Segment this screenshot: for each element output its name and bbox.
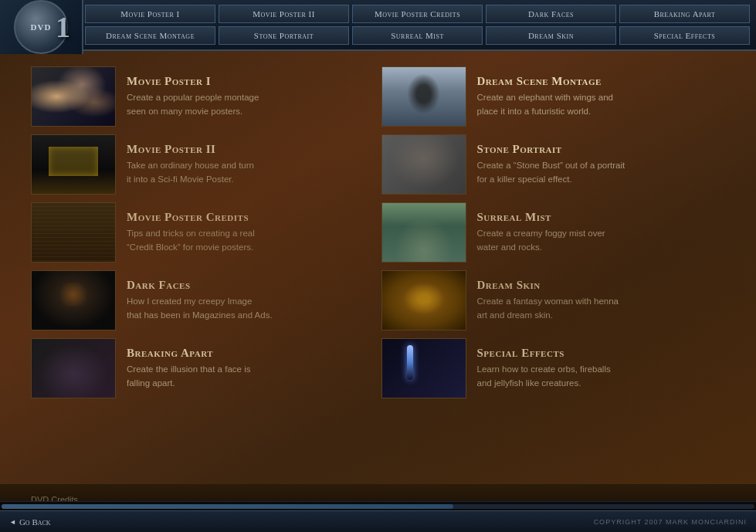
lesson-thumb-special-effects [381,338,466,398]
lesson-desc-special-effects: Learn how to create orbs, fireballsand j… [477,363,611,390]
nav-btn-movie-poster-1[interactable]: Movie Poster I [85,5,215,23]
lesson-item-movie-poster-2[interactable]: Movie Poster IITake an ordinary house an… [31,134,375,195]
lesson-item-dream-skin[interactable]: Dream SkinCreate a fantasy woman with he… [381,270,726,330]
lesson-thumb-movie-poster-credits [31,202,116,263]
lesson-thumb-movie-poster-2 [31,134,116,195]
dvd-label: DVD [31,22,52,32]
lesson-title-dream-skin: Dream Skin [477,279,619,292]
header-nav: Movie Poster IMovie Poster IIMovie Poste… [0,0,756,51]
lesson-title-dark-faces: Dark Faces [127,279,273,292]
lesson-desc-dream-scene-montage: Create an elephant with wings andplace i… [477,91,613,118]
lesson-desc-stone-portrait: Create a “Stone Bust” out of a portraitf… [477,159,625,186]
scrollbar-area[interactable] [0,501,756,510]
left-column: Movie Poster ICreate a popular people mo… [31,66,375,398]
lesson-item-stone-portrait[interactable]: Stone PortraitCreate a “Stone Bust” out … [381,134,726,195]
copyright-text: Copyright 2007 Mark Monciardini [594,518,747,526]
lesson-item-special-effects[interactable]: Special EffectsLearn how to create orbs,… [381,338,726,398]
dvd-number: 1 [56,10,70,44]
nav-row-2: Dream Scene MontageStone PortraitSurreal… [85,26,750,45]
lesson-desc-movie-poster-credits: Tips and tricks on creating a real“Credi… [127,227,255,254]
main-content: Movie Poster ICreate a popular people mo… [0,51,756,484]
lesson-text-movie-poster-1: Movie Poster ICreate a popular people mo… [127,75,259,118]
lesson-desc-dream-skin: Create a fantasy woman with hennaart and… [477,295,619,322]
lesson-thumb-dream-skin [381,270,466,330]
lesson-item-movie-poster-1[interactable]: Movie Poster ICreate a popular people mo… [31,66,375,127]
lesson-title-movie-poster-1: Movie Poster I [127,75,259,88]
lesson-text-surreal-mist: Surreal MistCreate a creamy foggy mist o… [477,211,605,254]
lesson-desc-dark-faces: How I created my creepy Imagethat has be… [127,295,273,322]
lesson-title-stone-portrait: Stone Portrait [477,143,625,156]
lesson-thumb-surreal-mist [381,202,466,263]
dvd-badge: DVD 1 [0,0,83,54]
nav-btn-breaking-apart[interactable]: Breaking Apart [619,5,750,23]
lesson-item-movie-poster-credits[interactable]: Movie Poster CreditsTips and tricks on c… [31,202,375,263]
nav-btn-movie-poster-2[interactable]: Movie Poster II [219,5,349,23]
lesson-text-stone-portrait: Stone PortraitCreate a “Stone Bust” out … [477,143,625,186]
lesson-thumb-dark-faces [31,270,116,330]
nav-btn-special-effects[interactable]: Special Effects [619,26,750,45]
dvd-disc: DVD 1 [14,0,68,54]
lesson-text-dream-skin: Dream SkinCreate a fantasy woman with he… [477,279,619,322]
lesson-text-movie-poster-2: Movie Poster IITake an ordinary house an… [127,143,254,186]
lesson-title-movie-poster-credits: Movie Poster Credits [127,211,255,224]
lesson-title-movie-poster-2: Movie Poster II [127,143,254,156]
lesson-thumb-movie-poster-1 [31,66,116,127]
bottom-bar: Go Back Copyright 2007 Mark Monciardini [0,510,756,532]
lesson-item-dream-scene-montage[interactable]: Dream Scene MontageCreate an elephant wi… [381,66,726,127]
nav-btn-dream-skin[interactable]: Dream Skin [486,26,616,45]
lesson-thumb-stone-portrait [381,134,466,195]
nav-btn-movie-poster-credits[interactable]: Movie Poster Credits [352,5,483,23]
right-column: Dream Scene MontageCreate an elephant wi… [381,66,726,398]
lesson-text-movie-poster-credits: Movie Poster CreditsTips and tricks on c… [127,211,255,254]
scroll-thumb[interactable] [2,504,453,509]
lesson-title-surreal-mist: Surreal Mist [477,211,605,224]
lesson-item-dark-faces[interactable]: Dark FacesHow I created my creepy Imaget… [31,270,375,330]
lesson-thumb-dream-scene-montage [381,66,466,127]
lesson-text-special-effects: Special EffectsLearn how to create orbs,… [477,347,611,390]
lesson-desc-surreal-mist: Create a creamy foggy mist overwater and… [477,227,605,254]
lesson-text-breaking-apart: Breaking ApartCreate the illusion that a… [127,347,250,390]
lesson-item-breaking-apart[interactable]: Breaking ApartCreate the illusion that a… [31,338,375,398]
lesson-title-dream-scene-montage: Dream Scene Montage [477,75,613,88]
lesson-desc-breaking-apart: Create the illusion that a face isfallin… [127,363,250,390]
lesson-text-dark-faces: Dark FacesHow I created my creepy Imaget… [127,279,273,322]
go-back-button[interactable]: Go Back [9,517,51,527]
lesson-title-breaking-apart: Breaking Apart [127,347,250,360]
lesson-desc-movie-poster-1: Create a popular people montageseen on m… [127,91,259,118]
lesson-thumb-breaking-apart [31,338,116,398]
nav-btn-dream-scene-montage[interactable]: Dream Scene Montage [85,26,215,45]
nav-btn-surreal-mist[interactable]: Surreal Mist [352,26,483,45]
lesson-item-surreal-mist[interactable]: Surreal MistCreate a creamy foggy mist o… [381,202,726,263]
lesson-title-special-effects: Special Effects [477,347,611,360]
lesson-text-dream-scene-montage: Dream Scene MontageCreate an elephant wi… [477,75,613,118]
nav-btn-dark-faces[interactable]: Dark Faces [486,5,616,23]
nav-row-1: Movie Poster IMovie Poster IIMovie Poste… [85,5,750,23]
nav-btn-stone-portrait[interactable]: Stone Portrait [219,26,349,45]
lesson-desc-movie-poster-2: Take an ordinary house and turnit into a… [127,159,254,186]
scroll-track[interactable] [2,504,754,509]
